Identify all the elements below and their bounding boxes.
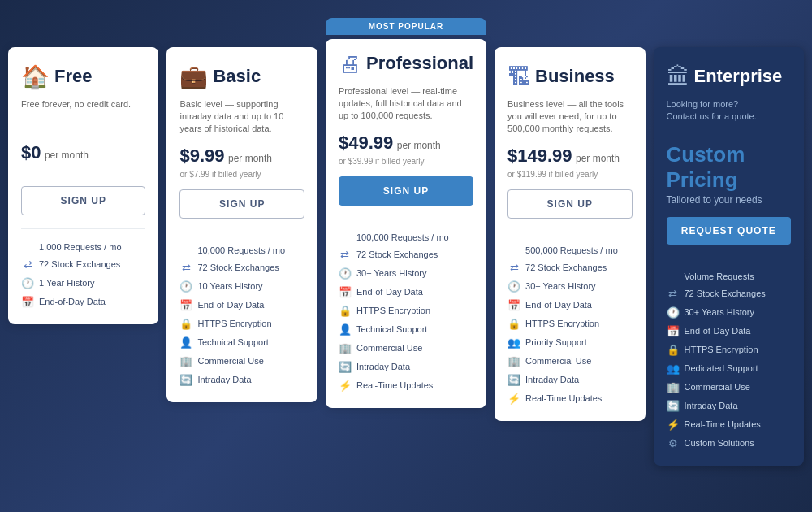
feature-item-enterprise-7: 🔄 Intraday Data xyxy=(667,397,791,415)
feature-item-business-6: 🏢 Commercial Use xyxy=(508,352,632,371)
feature-icon-professional-2: 🕐 xyxy=(339,267,352,280)
plan-price-professional: $49.99 per month xyxy=(339,132,473,154)
feature-text-professional-3: End-of-Day Data xyxy=(356,287,423,297)
price-yearly-free xyxy=(21,167,145,178)
feature-item-professional-8: ⚡ Real-Time Updates xyxy=(339,376,473,395)
feature-item-free-0: 1,000 Requests / mo xyxy=(21,239,145,255)
divider-business xyxy=(508,232,632,232)
feature-text-business-6: Commercial Use xyxy=(525,356,591,366)
feature-text-professional-1: 72 Stock Exchanges xyxy=(356,249,438,259)
price-amount-business: $149.99 xyxy=(508,145,572,166)
feature-item-basic-7: 🔄 Intraday Data xyxy=(179,371,304,389)
signup-button-business[interactable]: SIGN UP xyxy=(508,189,632,219)
feature-text-basic-6: Commercial Use xyxy=(197,356,263,366)
signup-button-free[interactable]: SIGN UP xyxy=(21,186,145,215)
feature-item-professional-6: 🏢 Commercial Use xyxy=(339,339,473,358)
feature-text-basic-3: End-of-Day Data xyxy=(197,300,264,310)
feature-item-enterprise-9: ⚙ Custom Solutions xyxy=(667,434,791,453)
feature-item-basic-5: 👤 Technical Support xyxy=(179,333,304,352)
signup-button-basic[interactable]: SIGN UP xyxy=(179,189,304,219)
feature-icon-business-1: ⇄ xyxy=(508,262,520,274)
price-period-professional: per month xyxy=(397,140,441,151)
plan-name-free: Free xyxy=(54,66,92,87)
feature-text-business-2: 30+ Years History xyxy=(525,281,596,291)
price-amount-free: $0 xyxy=(21,142,41,163)
feature-text-free-3: End-of-Day Data xyxy=(39,297,106,306)
plan-desc-free: Free forever, no credit card. xyxy=(21,98,145,132)
feature-text-business-0: 500,000 Requests / mo xyxy=(525,245,618,255)
feature-list-business: 500,000 Requests / mo ⇄ 72 Stock Exchang… xyxy=(508,242,632,408)
feature-item-free-1: ⇄ 72 Stock Exchanges xyxy=(21,255,145,274)
price-yearly-basic: or $7.99 if billed yearly xyxy=(179,170,304,181)
feature-icon-basic-1: ⇄ xyxy=(179,262,192,274)
feature-item-professional-2: 🕐 30+ Years History xyxy=(339,264,473,283)
feature-item-enterprise-1: ⇄ 72 Stock Exchanges xyxy=(667,284,791,303)
feature-item-professional-5: 👤 Technical Support xyxy=(339,320,473,339)
plan-price-free: $0 per month xyxy=(21,142,145,163)
plan-header-basic: 💼 Basic xyxy=(179,63,304,90)
feature-text-free-2: 1 Year History xyxy=(39,278,94,288)
plan-desc-basic: Basic level — supporting intraday data a… xyxy=(179,98,304,136)
feature-item-enterprise-5: 👥 Dedicated Support xyxy=(667,359,791,378)
feature-icon-free-3: 📅 xyxy=(21,296,34,308)
plan-icon-basic: 💼 xyxy=(179,63,208,90)
feature-text-professional-6: Commercial Use xyxy=(356,343,422,353)
popular-badge: MOST POPULAR xyxy=(326,18,486,35)
feature-item-enterprise-8: ⚡ Real-Time Updates xyxy=(667,415,791,434)
feature-text-professional-7: Intraday Data xyxy=(356,362,410,371)
feature-item-business-2: 🕐 30+ Years History xyxy=(508,277,632,296)
feature-icon-basic-6: 🏢 xyxy=(179,355,192,367)
feature-icon-basic-3: 📅 xyxy=(179,299,192,311)
feature-icon-professional-3: 📅 xyxy=(339,286,352,298)
feature-icon-professional-6: 🏢 xyxy=(339,342,352,354)
divider-free xyxy=(21,228,145,229)
plan-icon-business: 🏗 xyxy=(508,63,530,90)
feature-icon-enterprise-3: 📅 xyxy=(667,325,680,337)
feature-icon-enterprise-1: ⇄ xyxy=(667,288,680,300)
feature-text-professional-4: HTTPS Encryption xyxy=(356,306,430,315)
request-quote-button[interactable]: REQUEST QUOTE xyxy=(667,217,791,245)
plan-header-free: 🏠 Free xyxy=(21,63,145,90)
feature-item-enterprise-6: 🏢 Commercial Use xyxy=(667,378,791,397)
feature-text-enterprise-0: Volume Requests xyxy=(685,271,754,281)
feature-icon-business-4: 🔒 xyxy=(508,318,520,330)
feature-icon-business-6: 🏢 xyxy=(508,355,520,367)
price-amount-basic: $9.99 xyxy=(179,145,224,166)
feature-item-basic-0: 10,000 Requests / mo xyxy=(179,242,304,258)
feature-item-business-0: 500,000 Requests / mo xyxy=(508,242,632,258)
price-period-basic: per month xyxy=(228,153,272,164)
feature-text-enterprise-3: End-of-Day Data xyxy=(685,326,751,336)
plan-price-basic: $9.99 per month xyxy=(179,145,304,167)
feature-text-enterprise-1: 72 Stock Exchanges xyxy=(685,289,766,298)
feature-item-enterprise-0: Volume Requests xyxy=(667,268,791,284)
enterprise-divider xyxy=(667,258,791,258)
feature-icon-enterprise-7: 🔄 xyxy=(667,400,680,412)
feature-icon-professional-5: 👤 xyxy=(339,323,352,336)
feature-item-business-5: 👥 Priority Support xyxy=(508,333,632,352)
feature-item-professional-3: 📅 End-of-Day Data xyxy=(339,283,473,302)
feature-item-enterprise-3: 📅 End-of-Day Data xyxy=(667,322,791,341)
plan-desc-business: Business level — all the tools you will … xyxy=(508,98,632,136)
plan-header-enterprise: 🏛 Enterprise xyxy=(667,63,791,90)
feature-text-business-7: Intraday Data xyxy=(525,375,579,384)
signup-button-professional[interactable]: SIGN UP xyxy=(339,176,473,206)
feature-icon-business-8: ⚡ xyxy=(508,393,520,405)
feature-icon-business-2: 🕐 xyxy=(508,280,520,293)
feature-icon-professional-1: ⇄ xyxy=(339,249,352,261)
feature-text-basic-0: 10,000 Requests / mo xyxy=(197,245,285,255)
feature-icon-business-3: 📅 xyxy=(508,299,520,311)
plan-card-business: 🏗 Business Business level — all the tool… xyxy=(495,47,645,421)
feature-icon-enterprise-6: 🏢 xyxy=(667,381,680,393)
feature-text-enterprise-8: Real-Time Updates xyxy=(685,419,761,429)
feature-text-professional-5: Technical Support xyxy=(356,324,427,334)
plan-icon-enterprise: 🏛 xyxy=(667,63,689,90)
feature-list-professional: 100,000 Requests / mo ⇄ 72 Stock Exchang… xyxy=(339,229,473,395)
feature-item-free-3: 📅 End-of-Day Data xyxy=(21,293,145,311)
feature-item-business-8: ⚡ Real-Time Updates xyxy=(508,389,632,408)
feature-text-business-5: Priority Support xyxy=(525,337,587,347)
feature-text-basic-2: 10 Years History xyxy=(197,281,262,291)
price-period-business: per month xyxy=(576,153,620,164)
plan-name-basic: Basic xyxy=(213,66,261,87)
feature-icon-business-7: 🔄 xyxy=(508,374,520,386)
plan-desc-enterprise: Looking for more?Contact us for a quote. xyxy=(667,98,791,132)
